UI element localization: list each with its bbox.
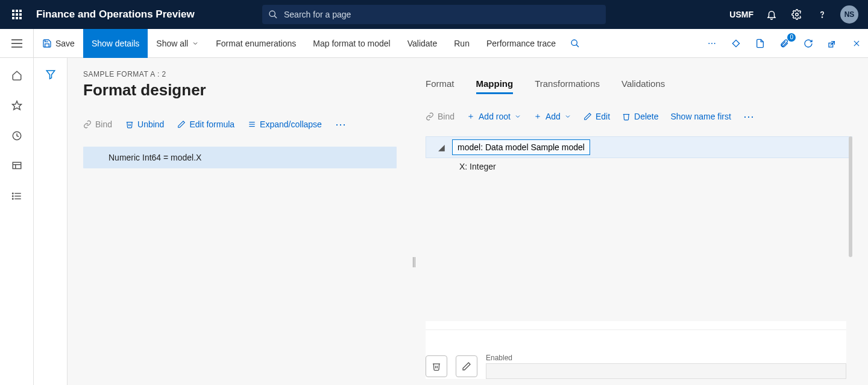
mapping-tree-root[interactable]: ◢ model: Data model Sample model — [426, 136, 852, 158]
show-all-button[interactable]: Show all — [148, 29, 207, 58]
main-content: SAMPLE FORMAT A : 2 Format designer Bind… — [68, 58, 868, 385]
open-in-office-button[interactable] — [753, 37, 767, 50]
scrollbar[interactable] — [849, 136, 852, 257]
left-more-button[interactable]: ⋯ — [335, 118, 347, 131]
svg-point-21 — [12, 193, 13, 194]
edit-button[interactable]: Edit — [583, 112, 610, 121]
svg-marker-24 — [46, 71, 55, 79]
perf-trace-label: Performance trace — [486, 39, 556, 48]
enabled-input[interactable] — [486, 363, 846, 379]
show-name-first-button[interactable]: Show name first — [670, 112, 731, 121]
popout-button[interactable] — [826, 37, 839, 50]
svg-marker-13 — [12, 101, 21, 110]
chevron-down-icon — [192, 40, 199, 47]
add-button[interactable]: ＋ Add — [533, 111, 571, 122]
edit-binding-button[interactable] — [456, 355, 477, 377]
delete-button[interactable]: Delete — [622, 112, 658, 121]
question-icon — [817, 9, 828, 20]
svg-point-23 — [12, 199, 13, 200]
save-label: Save — [55, 39, 75, 48]
tab-transformations-label: Transformations — [535, 78, 600, 89]
run-button[interactable]: Run — [445, 29, 478, 58]
nav-right: USMF NS — [729, 5, 863, 24]
company-selector[interactable]: USMF — [729, 10, 753, 19]
map-format-label: Map format to model — [313, 39, 390, 48]
svg-line-1 — [274, 16, 277, 18]
run-label: Run — [454, 39, 470, 48]
workspace-icon — [11, 161, 22, 171]
settings-button[interactable] — [790, 7, 804, 22]
format-enumerations-button[interactable]: Format enumerations — [207, 29, 304, 58]
enabled-label: Enabled — [486, 354, 846, 362]
refresh-button[interactable] — [802, 37, 815, 50]
brand-title: Finance and Operations Preview — [36, 8, 195, 21]
show-details-label: Show details — [92, 39, 139, 48]
tab-format-label: Format — [426, 78, 454, 89]
tab-transformations[interactable]: Transformations — [535, 75, 600, 94]
delete-binding-button[interactable] — [426, 355, 447, 377]
expand-collapse-button[interactable]: Expand/collapse — [248, 119, 322, 129]
diamond-icon — [731, 39, 741, 48]
help-button[interactable] — [815, 7, 829, 22]
link-icon — [83, 120, 92, 129]
home-button[interactable] — [10, 69, 24, 82]
more-commands-button[interactable]: ⋯ — [705, 37, 719, 50]
waffle-icon — [12, 10, 22, 19]
bind-button[interactable]: Bind — [83, 119, 112, 129]
filter-button[interactable] — [45, 69, 56, 385]
mapping-root-label: model: Data model Sample model — [452, 139, 590, 155]
tab-mapping[interactable]: Mapping — [476, 75, 514, 94]
show-details-button[interactable]: Show details — [83, 29, 148, 58]
mapping-tree-child[interactable]: X: Integer — [426, 162, 852, 171]
map-format-to-model-button[interactable]: Map format to model — [304, 29, 398, 58]
unbind-button[interactable]: Unbind — [125, 119, 164, 129]
svg-point-3 — [822, 17, 822, 18]
trash-icon — [432, 361, 441, 371]
modules-button[interactable] — [10, 189, 24, 203]
save-button[interactable]: Save — [34, 29, 83, 58]
edit-formula-button[interactable]: Edit formula — [177, 119, 234, 129]
plus-icon: ＋ — [533, 111, 542, 122]
related-info-button[interactable] — [729, 37, 743, 50]
app-launcher-button[interactable] — [5, 0, 29, 29]
tab-validations-label: Validations — [621, 78, 665, 89]
favorites-button[interactable] — [10, 99, 24, 112]
enabled-field: Enabled — [486, 354, 846, 379]
right-pane: Format Mapping Transformations Validatio… — [426, 70, 852, 385]
tab-validations[interactable]: Validations — [621, 75, 665, 94]
format-tree-row[interactable]: Numeric Int64 = model.X — [83, 147, 397, 168]
workspaces-button[interactable] — [10, 159, 24, 173]
close-button[interactable] — [850, 37, 863, 50]
add-root-button[interactable]: ＋ Add root — [467, 111, 521, 122]
list-icon — [11, 191, 22, 202]
svg-point-0 — [269, 11, 275, 16]
performance-trace-button[interactable]: Performance trace — [478, 29, 564, 58]
recent-button[interactable] — [10, 129, 24, 142]
splitter-handle[interactable]: ║ — [411, 257, 417, 267]
global-search[interactable] — [262, 5, 606, 24]
format-tree-row-label: Numeric Int64 = model.X — [108, 153, 201, 162]
command-search-button[interactable] — [570, 39, 580, 48]
svg-rect-9 — [732, 40, 739, 46]
body: SAMPLE FORMAT A : 2 Format designer Bind… — [0, 58, 868, 385]
edit-label: Edit — [596, 112, 610, 121]
search-icon — [268, 10, 278, 19]
list-tree-icon — [248, 120, 256, 129]
tab-format[interactable]: Format — [426, 75, 454, 94]
notifications-button[interactable] — [764, 7, 779, 22]
breadcrumb: SAMPLE FORMAT A : 2 — [83, 70, 397, 78]
document-icon — [755, 39, 765, 48]
validate-button[interactable]: Validate — [399, 29, 446, 58]
user-avatar[interactable]: NS — [840, 5, 858, 24]
pencil-icon — [583, 112, 592, 121]
right-more-button[interactable]: ⋯ — [743, 110, 755, 123]
save-icon — [42, 39, 52, 48]
map-bind-button[interactable]: Bind — [426, 112, 454, 121]
collapse-arrow-icon[interactable]: ◢ — [438, 142, 445, 152]
svg-rect-15 — [13, 162, 21, 169]
nav-toggle-button[interactable] — [0, 29, 34, 58]
attachments-button[interactable]: 0 — [778, 37, 791, 50]
ellipsis-icon: ⋯ — [335, 118, 347, 130]
global-search-input[interactable] — [284, 10, 600, 19]
add-root-label: Add root — [479, 112, 511, 121]
